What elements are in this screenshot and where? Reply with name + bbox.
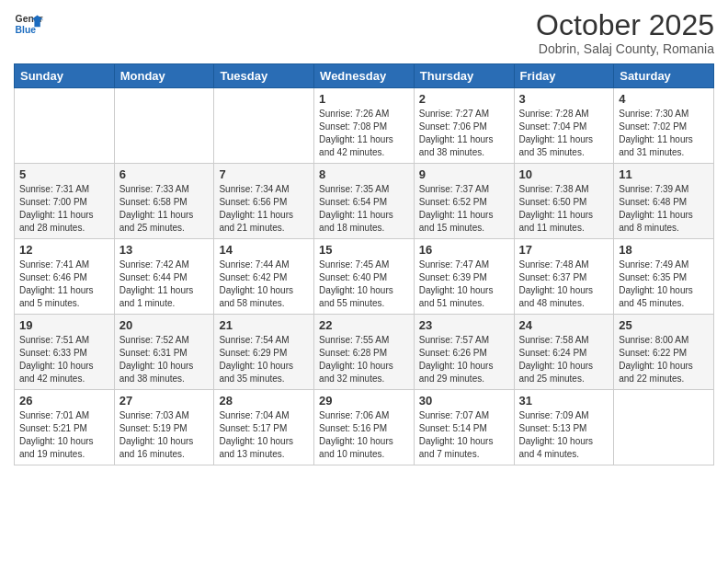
day-number: 1 xyxy=(319,92,409,106)
day-info: Sunrise: 7:44 AM Sunset: 6:42 PM Dayligh… xyxy=(219,259,309,310)
day-info: Sunrise: 7:26 AM Sunset: 7:08 PM Dayligh… xyxy=(319,108,409,159)
calendar-cell-w1-d3 xyxy=(214,88,314,164)
day-number: 8 xyxy=(319,167,409,181)
calendar-cell-w4-d4: 22Sunrise: 7:55 AM Sunset: 6:28 PM Dayli… xyxy=(314,315,415,390)
day-number: 15 xyxy=(319,243,409,257)
calendar-cell-w1-d7: 4Sunrise: 7:30 AM Sunset: 7:02 PM Daylig… xyxy=(614,88,714,164)
day-info: Sunrise: 7:45 AM Sunset: 6:40 PM Dayligh… xyxy=(319,259,409,310)
main-title: October 2025 xyxy=(536,9,714,41)
day-number: 28 xyxy=(219,394,309,408)
day-number: 2 xyxy=(419,92,509,106)
page: General Blue October 2025 Dobrin, Salaj … xyxy=(0,0,728,563)
calendar-cell-w4-d2: 20Sunrise: 7:52 AM Sunset: 6:31 PM Dayli… xyxy=(114,315,214,390)
calendar-cell-w4-d7: 25Sunrise: 8:00 AM Sunset: 6:22 PM Dayli… xyxy=(614,315,714,390)
day-info: Sunrise: 7:39 AM Sunset: 6:48 PM Dayligh… xyxy=(619,183,709,235)
calendar-cell-w3-d3: 14Sunrise: 7:44 AM Sunset: 6:42 PM Dayli… xyxy=(214,239,314,315)
calendar-cell-w2-d5: 9Sunrise: 7:37 AM Sunset: 6:52 PM Daylig… xyxy=(414,164,514,239)
day-number: 13 xyxy=(119,243,210,257)
day-info: Sunrise: 7:42 AM Sunset: 6:44 PM Dayligh… xyxy=(119,259,210,310)
calendar-cell-w5-d6: 31Sunrise: 7:09 AM Sunset: 5:13 PM Dayli… xyxy=(514,390,614,465)
calendar-cell-w1-d1 xyxy=(15,88,115,164)
title-block: October 2025 Dobrin, Salaj County, Roman… xyxy=(536,9,714,56)
day-info: Sunrise: 7:07 AM Sunset: 5:14 PM Dayligh… xyxy=(419,409,509,461)
calendar-cell-w4-d3: 21Sunrise: 7:54 AM Sunset: 6:29 PM Dayli… xyxy=(214,315,314,390)
col-header-thursday: Thursday xyxy=(414,64,514,88)
calendar-cell-w2-d2: 6Sunrise: 7:33 AM Sunset: 6:58 PM Daylig… xyxy=(114,164,214,239)
day-number: 29 xyxy=(319,394,409,408)
day-info: Sunrise: 7:49 AM Sunset: 6:35 PM Dayligh… xyxy=(619,259,709,310)
day-info: Sunrise: 7:04 AM Sunset: 5:17 PM Dayligh… xyxy=(219,409,309,461)
day-number: 9 xyxy=(419,167,509,181)
day-info: Sunrise: 7:33 AM Sunset: 6:58 PM Dayligh… xyxy=(119,183,210,235)
day-number: 11 xyxy=(619,167,709,181)
calendar-table: Sunday Monday Tuesday Wednesday Thursday… xyxy=(14,63,714,465)
col-header-wednesday: Wednesday xyxy=(314,64,415,88)
col-header-monday: Monday xyxy=(114,64,214,88)
day-info: Sunrise: 7:38 AM Sunset: 6:50 PM Dayligh… xyxy=(519,183,609,235)
day-info: Sunrise: 7:54 AM Sunset: 6:29 PM Dayligh… xyxy=(219,334,309,385)
day-info: Sunrise: 7:09 AM Sunset: 5:13 PM Dayligh… xyxy=(519,409,609,461)
day-number: 10 xyxy=(519,167,609,181)
day-number: 26 xyxy=(19,394,109,408)
day-info: Sunrise: 7:03 AM Sunset: 5:19 PM Dayligh… xyxy=(119,409,210,461)
day-info: Sunrise: 7:48 AM Sunset: 6:37 PM Dayligh… xyxy=(519,259,609,310)
calendar-cell-w2-d7: 11Sunrise: 7:39 AM Sunset: 6:48 PM Dayli… xyxy=(614,164,714,239)
day-info: Sunrise: 7:30 AM Sunset: 7:02 PM Dayligh… xyxy=(619,108,709,159)
day-number: 7 xyxy=(219,167,309,181)
day-info: Sunrise: 7:27 AM Sunset: 7:06 PM Dayligh… xyxy=(419,108,509,159)
week-row-1: 1Sunrise: 7:26 AM Sunset: 7:08 PM Daylig… xyxy=(15,88,714,164)
day-number: 16 xyxy=(419,243,509,257)
header: General Blue October 2025 Dobrin, Salaj … xyxy=(14,9,714,56)
col-header-sunday: Sunday xyxy=(15,64,115,88)
day-number: 18 xyxy=(619,243,709,257)
week-row-4: 19Sunrise: 7:51 AM Sunset: 6:33 PM Dayli… xyxy=(15,315,714,390)
calendar-cell-w3-d4: 15Sunrise: 7:45 AM Sunset: 6:40 PM Dayli… xyxy=(314,239,415,315)
calendar-cell-w5-d2: 27Sunrise: 7:03 AM Sunset: 5:19 PM Dayli… xyxy=(114,390,214,465)
day-info: Sunrise: 7:52 AM Sunset: 6:31 PM Dayligh… xyxy=(119,334,210,385)
calendar-cell-w5-d4: 29Sunrise: 7:06 AM Sunset: 5:16 PM Dayli… xyxy=(314,390,415,465)
calendar-cell-w2-d6: 10Sunrise: 7:38 AM Sunset: 6:50 PM Dayli… xyxy=(514,164,614,239)
calendar-cell-w4-d5: 23Sunrise: 7:57 AM Sunset: 6:26 PM Dayli… xyxy=(414,315,514,390)
calendar-cell-w5-d5: 30Sunrise: 7:07 AM Sunset: 5:14 PM Dayli… xyxy=(414,390,514,465)
day-number: 24 xyxy=(519,318,609,332)
week-row-2: 5Sunrise: 7:31 AM Sunset: 7:00 PM Daylig… xyxy=(15,164,714,239)
day-info: Sunrise: 7:06 AM Sunset: 5:16 PM Dayligh… xyxy=(319,409,409,461)
day-info: Sunrise: 7:55 AM Sunset: 6:28 PM Dayligh… xyxy=(319,334,409,385)
day-number: 19 xyxy=(19,318,109,332)
logo: General Blue xyxy=(14,9,43,39)
day-info: Sunrise: 7:01 AM Sunset: 5:21 PM Dayligh… xyxy=(19,409,109,461)
day-number: 3 xyxy=(519,92,609,106)
day-info: Sunrise: 7:41 AM Sunset: 6:46 PM Dayligh… xyxy=(19,259,109,310)
day-number: 4 xyxy=(619,92,709,106)
day-info: Sunrise: 7:37 AM Sunset: 6:52 PM Dayligh… xyxy=(419,183,509,235)
day-number: 22 xyxy=(319,318,409,332)
day-number: 23 xyxy=(419,318,509,332)
week-row-3: 12Sunrise: 7:41 AM Sunset: 6:46 PM Dayli… xyxy=(15,239,714,315)
day-info: Sunrise: 7:28 AM Sunset: 7:04 PM Dayligh… xyxy=(519,108,609,159)
day-number: 14 xyxy=(219,243,309,257)
subtitle: Dobrin, Salaj County, Romania xyxy=(536,41,714,56)
calendar-cell-w3-d2: 13Sunrise: 7:42 AM Sunset: 6:44 PM Dayli… xyxy=(114,239,214,315)
logo-icon: General Blue xyxy=(14,9,43,39)
day-number: 17 xyxy=(519,243,609,257)
day-number: 6 xyxy=(119,167,210,181)
calendar-cell-w3-d7: 18Sunrise: 7:49 AM Sunset: 6:35 PM Dayli… xyxy=(614,239,714,315)
day-number: 25 xyxy=(619,318,709,332)
day-number: 21 xyxy=(219,318,309,332)
calendar-cell-w3-d5: 16Sunrise: 7:47 AM Sunset: 6:39 PM Dayli… xyxy=(414,239,514,315)
day-info: Sunrise: 7:57 AM Sunset: 6:26 PM Dayligh… xyxy=(419,334,509,385)
calendar-cell-w1-d2 xyxy=(114,88,214,164)
calendar-cell-w3-d1: 12Sunrise: 7:41 AM Sunset: 6:46 PM Dayli… xyxy=(15,239,115,315)
col-header-saturday: Saturday xyxy=(614,64,714,88)
day-info: Sunrise: 7:47 AM Sunset: 6:39 PM Dayligh… xyxy=(419,259,509,310)
day-number: 27 xyxy=(119,394,210,408)
calendar-cell-w1-d4: 1Sunrise: 7:26 AM Sunset: 7:08 PM Daylig… xyxy=(314,88,415,164)
day-number: 5 xyxy=(19,167,109,181)
day-info: Sunrise: 8:00 AM Sunset: 6:22 PM Dayligh… xyxy=(619,334,709,385)
day-number: 31 xyxy=(519,394,609,408)
day-info: Sunrise: 7:34 AM Sunset: 6:56 PM Dayligh… xyxy=(219,183,309,235)
header-row: Sunday Monday Tuesday Wednesday Thursday… xyxy=(15,64,714,88)
calendar-cell-w3-d6: 17Sunrise: 7:48 AM Sunset: 6:37 PM Dayli… xyxy=(514,239,614,315)
calendar-cell-w2-d1: 5Sunrise: 7:31 AM Sunset: 7:00 PM Daylig… xyxy=(15,164,115,239)
calendar-cell-w5-d7 xyxy=(614,390,714,465)
